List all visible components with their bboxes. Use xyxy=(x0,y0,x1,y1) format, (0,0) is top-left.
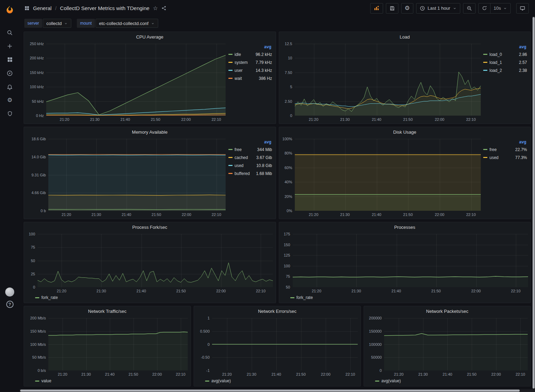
legend-series-value: 344 Mib xyxy=(257,147,272,152)
chart-canvas[interactable] xyxy=(295,139,481,211)
x-tick-label: 22:00 xyxy=(152,372,162,376)
panel-title[interactable]: Processes xyxy=(394,225,415,230)
alerting-bell-icon[interactable] xyxy=(3,80,17,93)
chart-canvas[interactable] xyxy=(46,44,226,116)
dashboard-settings-button[interactable]: ⚙ xyxy=(401,3,413,14)
chart-canvas[interactable] xyxy=(212,318,358,370)
panel-title[interactable]: CPU Average xyxy=(136,34,163,40)
cycle-view-button[interactable] xyxy=(516,3,529,14)
panel-header[interactable]: Network Errors/sec xyxy=(194,306,360,316)
legend-item[interactable]: idle96.2 kHz xyxy=(228,50,272,58)
y-axis: 0255075100 xyxy=(26,234,38,287)
legend-item[interactable]: cached3.67 Gib xyxy=(228,153,272,161)
create-plus-icon[interactable] xyxy=(3,39,17,53)
y-tick-label: 200 kHz xyxy=(30,56,44,60)
chart-canvas[interactable] xyxy=(48,318,188,370)
x-tick-label: 21:30 xyxy=(91,212,101,217)
panel-header[interactable]: Memory Available xyxy=(24,127,276,137)
x-tick-label: 21:50 xyxy=(296,372,306,376)
legend-item[interactable]: wait386 Hz xyxy=(228,74,272,82)
legend-item[interactable]: free344 Mib xyxy=(228,145,272,153)
legend-item[interactable]: load_12.57 xyxy=(483,58,527,66)
add-panel-button[interactable] xyxy=(370,3,383,14)
panel-header[interactable]: CPU Average xyxy=(24,32,276,42)
legend-series-name: avg(value) xyxy=(211,378,231,383)
panel-network-packets: Network Packets/sec 05000010000015000020… xyxy=(364,306,531,386)
grafana-logo[interactable] xyxy=(3,3,17,17)
search-icon[interactable] xyxy=(3,26,17,39)
legend-item[interactable]: fork_rate xyxy=(290,294,313,302)
refresh-interval-dropdown[interactable]: 10s xyxy=(490,3,510,13)
panel-header[interactable]: Disk Usage xyxy=(279,127,531,137)
monitor-icon xyxy=(520,6,525,11)
network-errors-legend: avg(value) xyxy=(196,377,358,385)
load-chart[interactable]: 02.5057.501012.521:2021:3021:4021:5022:0… xyxy=(281,42,481,122)
legend-item[interactable]: fork_rate xyxy=(35,294,58,302)
horizontal-scrollbar-thumb[interactable] xyxy=(20,390,520,392)
panel-title[interactable]: Network Errors/sec xyxy=(258,309,297,314)
refresh-interval-label: 10s xyxy=(494,6,501,11)
panel-header[interactable]: Network Traffic/sec xyxy=(24,306,191,316)
chart-canvas[interactable] xyxy=(293,234,528,287)
legend-item[interactable]: system7.79 kHz xyxy=(228,58,272,66)
star-icon[interactable]: ☆ xyxy=(153,5,158,11)
vertical-scrollbar-thumb[interactable] xyxy=(533,17,535,389)
panel-header[interactable]: Process Fork/sec xyxy=(24,222,276,232)
disk-usage-chart[interactable]: 0%20%40%60%80%100%21:2021:3021:4021:5022… xyxy=(281,137,481,217)
legend-item[interactable]: avg(value) xyxy=(375,377,401,385)
save-dashboard-button[interactable] xyxy=(386,3,398,14)
panel-title[interactable]: Network Traffic/sec xyxy=(88,309,126,314)
panel-title[interactable]: Process Fork/sec xyxy=(132,225,167,230)
processes-chart[interactable]: 507510012515017521:2021:3021:4021:5022:0… xyxy=(281,232,528,294)
chart-canvas[interactable] xyxy=(38,234,273,287)
configuration-gear-icon[interactable]: ⚙ xyxy=(3,93,17,107)
legend-item[interactable]: avg(value) xyxy=(205,377,231,385)
legend-item[interactable]: load_02.86 xyxy=(483,50,527,58)
legend-item[interactable]: value xyxy=(35,377,51,385)
app-root: ⚙ ? General / CollectD Server Metrics wi… xyxy=(0,0,535,392)
breadcrumb-folder[interactable]: General xyxy=(33,5,51,11)
panel-header[interactable]: Load xyxy=(279,32,531,42)
legend-series-swatch xyxy=(228,54,233,55)
panel-header[interactable]: Network Packets/sec xyxy=(364,306,530,316)
legend-item[interactable]: buffered1.68 Mib xyxy=(228,169,272,177)
legend-item[interactable]: free22.7% xyxy=(483,145,527,153)
chart-canvas[interactable] xyxy=(384,318,528,370)
panel-title[interactable]: Network Packets/sec xyxy=(426,309,468,314)
chevron-down-icon xyxy=(453,6,457,10)
panel-title[interactable]: Disk Usage xyxy=(393,130,416,135)
dashboards-grid-icon[interactable] xyxy=(3,53,17,66)
share-icon[interactable] xyxy=(161,6,167,11)
network-traffic-chart[interactable]: 0 b/s50 Mb/s100 Mb/s150 Mb/s200 Mb/s21:2… xyxy=(26,316,188,377)
panel-title[interactable]: Memory Available xyxy=(132,130,168,135)
variable-value-dropdown[interactable]: etc-collectd-collectd.conf xyxy=(96,19,158,28)
explore-compass-icon[interactable] xyxy=(3,66,17,80)
variable-label: server xyxy=(24,19,42,28)
cpu-average-chart[interactable]: 0 Hz50 kHz100 kHz150 kHz200 kHz250 kHz21… xyxy=(26,42,226,122)
x-tick-label: 21:30 xyxy=(90,117,100,122)
chart-canvas[interactable] xyxy=(295,44,481,116)
help-icon[interactable]: ? xyxy=(6,301,14,308)
legend-item[interactable]: load_22.38 xyxy=(483,66,527,74)
dashboard-title[interactable]: CollectD Server Metrics with TDengine xyxy=(60,5,149,11)
network-errors-chart[interactable]: -1-0.5000.500121:2021:3021:4021:5022:002… xyxy=(196,316,358,377)
panel-header[interactable]: Processes xyxy=(279,222,531,232)
legend-item[interactable]: used10.8 Gib xyxy=(228,161,272,169)
legend-item[interactable]: used77.3% xyxy=(483,153,527,161)
memory-available-chart[interactable]: 0 b4.66 Gib9.31 Gib14.0 Gib18.6 Gib21:20… xyxy=(26,137,226,217)
chart-canvas[interactable] xyxy=(48,139,226,211)
legend-item[interactable]: user14.3 kHz xyxy=(228,66,272,74)
network-packets-chart[interactable]: 05000010000015000020000021:2021:3021:402… xyxy=(366,316,528,377)
process-fork-chart[interactable]: 025507510021:2021:3021:4021:5022:0022:10 xyxy=(26,232,273,294)
y-tick-label: 25 xyxy=(31,272,35,276)
user-avatar[interactable] xyxy=(5,287,14,297)
refresh-button[interactable] xyxy=(479,3,490,13)
server-admin-shield-icon[interactable] xyxy=(3,107,17,120)
variable-value-dropdown[interactable]: collectd xyxy=(43,19,71,28)
panel-title[interactable]: Load xyxy=(400,34,410,40)
x-tick-label: 22:10 xyxy=(211,117,221,122)
zoom-out-button[interactable] xyxy=(463,3,476,14)
x-tick-label: 21:30 xyxy=(247,372,257,376)
x-tick-label: 21:40 xyxy=(122,212,131,217)
time-range-picker[interactable]: Last 1 hour xyxy=(416,3,460,14)
